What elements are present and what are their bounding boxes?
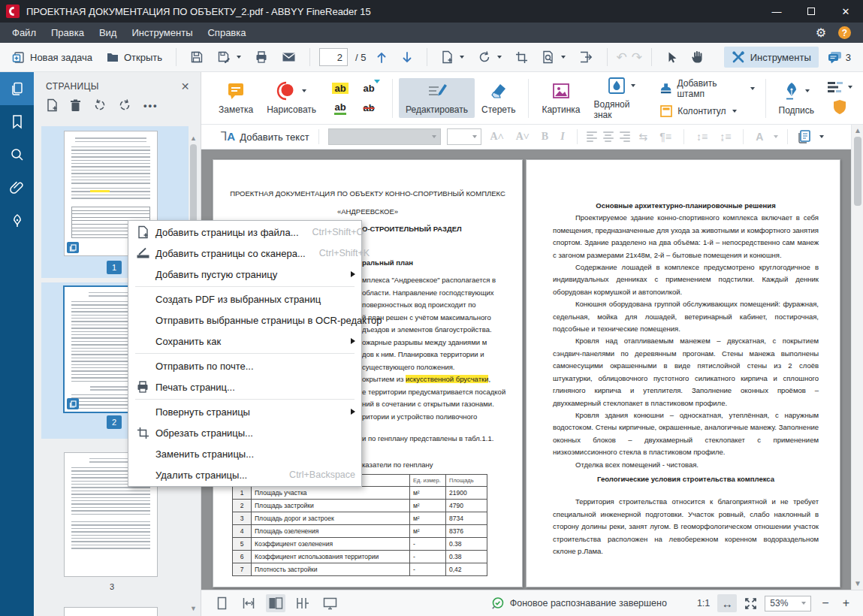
context-menu-item-8[interactable]: Повернуть страницы (128, 401, 361, 422)
increase-font-button[interactable]: A˄ (487, 131, 507, 143)
new-task-button[interactable]: Новая задача (8, 47, 97, 67)
underline-color-button[interactable]: ab (355, 79, 383, 98)
settings-gear-icon[interactable]: ⚙ (816, 27, 826, 39)
align-center-icon[interactable] (603, 131, 614, 142)
menu-item-0[interactable]: Файл (5, 24, 44, 41)
view-fit-page-button[interactable] (239, 594, 258, 612)
hand-tool-button[interactable] (686, 47, 708, 67)
panel-close-icon[interactable]: ✕ (181, 81, 190, 92)
align-right-icon[interactable] (620, 131, 630, 142)
fit-width-button[interactable]: ↔ (717, 594, 737, 612)
document-scrollbar[interactable]: ▲ ▼ (851, 125, 863, 590)
previous-page-button[interactable] (371, 48, 392, 67)
menu-item-4[interactable]: Справка (200, 24, 253, 41)
panel-rotate-left-icon[interactable] (92, 98, 107, 112)
decrease-font-button[interactable]: A˅ (513, 131, 533, 143)
context-menu-item-10[interactable]: Заменить страницы... (128, 443, 361, 464)
doc-scrollbar-thumb[interactable] (854, 137, 861, 206)
edit-button[interactable]: Редактировать (399, 78, 475, 118)
signature-button[interactable]: Подпись (772, 78, 822, 119)
picture-button[interactable]: Картинка (535, 78, 587, 118)
line-spacing-decrease-icon[interactable]: ↨≡ (717, 131, 734, 143)
maximize-button[interactable] (794, 0, 828, 23)
text-direction-icon[interactable]: ⇆ (636, 131, 651, 143)
tools-panel-button[interactable]: Инструменты (724, 47, 819, 68)
panel-scroll-up-icon[interactable]: ▲ (189, 134, 198, 143)
add-pages-button[interactable] (436, 47, 469, 67)
undo-icon[interactable]: ↶ (617, 51, 627, 64)
align-left-icon[interactable] (587, 131, 597, 142)
context-menu-item-2[interactable]: Добавить пустую страницу (128, 264, 361, 285)
font-size-select[interactable] (447, 128, 481, 145)
protect-shield-icon[interactable] (832, 99, 847, 116)
rail-bookmarks-tab[interactable] (0, 105, 34, 138)
minimize-button[interactable]: — (759, 0, 794, 23)
note-button[interactable]: Заметка (212, 78, 260, 118)
menu-item-1[interactable]: Правка (44, 24, 92, 41)
redact-button[interactable] (827, 81, 852, 93)
view-two-pages-button[interactable] (266, 594, 285, 612)
crop-button[interactable] (511, 48, 533, 67)
context-menu-item-9[interactable]: Обрезать страницы... (128, 422, 361, 443)
redo-icon[interactable]: ↷ (632, 51, 642, 64)
context-menu-item-6[interactable]: Отправить по почте... (128, 355, 361, 376)
underline-button[interactable]: ab (326, 98, 355, 118)
header-footer-button[interactable]: Колонтитул (659, 104, 754, 118)
zoom-level-select[interactable]: 53% (765, 596, 811, 611)
email-button[interactable] (277, 48, 300, 66)
doc-scroll-down-icon[interactable]: ▼ (852, 578, 863, 589)
zoom-in-button[interactable]: + (840, 596, 852, 610)
bold-button[interactable]: B (539, 131, 551, 143)
draw-button[interactable]: Нарисовать (260, 78, 323, 118)
menu-item-2[interactable]: Вид (92, 24, 125, 41)
add-stamp-button[interactable]: Добавить штамп (659, 78, 754, 99)
font-color-button[interactable]: A (753, 131, 766, 143)
highlight-button[interactable]: ab (326, 79, 355, 98)
rail-attachments-tab[interactable] (0, 171, 34, 204)
line-spacing-increase-icon[interactable]: ↕≡ (693, 131, 711, 143)
doc-scroll-up-icon[interactable]: ▲ (852, 125, 863, 136)
rail-signature-tab[interactable] (0, 204, 34, 237)
view-fullscreen-button[interactable] (320, 594, 339, 612)
paragraph-marks-icon[interactable]: ¶≡ (656, 131, 674, 143)
page-layout-button[interactable] (797, 129, 812, 144)
context-menu-item-11[interactable]: Удалить страницы...Ctrl+Backspace (128, 464, 361, 485)
save-button[interactable] (186, 47, 208, 67)
context-menu-item-4[interactable]: Отправить выбранные страницы в OCR-редак… (128, 310, 361, 331)
watermark-button[interactable]: Водяной знак (587, 73, 655, 123)
panel-more-icon[interactable]: ••• (143, 100, 158, 111)
panel-rotate-right-icon[interactable] (118, 98, 132, 112)
menu-item-3[interactable]: Инструменты (124, 24, 200, 41)
zoom-out-button[interactable]: − (819, 596, 831, 610)
font-family-select[interactable] (328, 128, 441, 145)
page-number-input[interactable] (319, 48, 348, 66)
next-page-button[interactable] (397, 48, 418, 67)
help-icon[interactable]: ? (838, 26, 851, 39)
view-single-page-button[interactable] (212, 594, 231, 612)
rail-pages-tab[interactable] (0, 72, 34, 105)
view-continuous-button[interactable] (293, 594, 312, 612)
panel-add-page-icon[interactable] (46, 98, 59, 112)
panel-scrollbar-thumb[interactable] (190, 144, 197, 225)
fit-screen-icon[interactable] (744, 597, 757, 610)
print-button[interactable] (250, 47, 273, 67)
context-menu-item-5[interactable]: Сохранить как (128, 331, 361, 352)
select-tool-button[interactable] (661, 48, 682, 67)
context-menu-item-1[interactable]: Добавить страницы со сканера...Ctrl+Shif… (128, 243, 361, 264)
page-thumbnail-4-partial[interactable] (64, 607, 158, 616)
panel-scroll-down-icon[interactable]: ▼ (189, 604, 198, 613)
comments-button[interactable]: 3 (823, 48, 855, 67)
actual-size-button[interactable]: 1:1 (697, 598, 710, 608)
context-menu-item-7[interactable]: Печать страниц... (128, 376, 361, 397)
rail-search-tab[interactable] (0, 138, 34, 171)
strikethrough-button[interactable]: ab (355, 98, 383, 118)
open-button[interactable]: Открыть (101, 47, 167, 67)
add-text-button[interactable]: ꞀA Добавить текст (221, 130, 309, 143)
panel-delete-icon[interactable] (70, 99, 81, 112)
italic-button[interactable]: I (557, 131, 567, 143)
page-preview-button[interactable] (537, 47, 570, 67)
export-button[interactable] (575, 47, 598, 67)
document-page-right[interactable]: Основные архитектурно-планировочные реше… (526, 159, 840, 587)
context-menu-item-0[interactable]: Добавить страницы из файла...Ctrl+Shift+… (128, 222, 361, 243)
rotate-button[interactable] (473, 47, 506, 67)
